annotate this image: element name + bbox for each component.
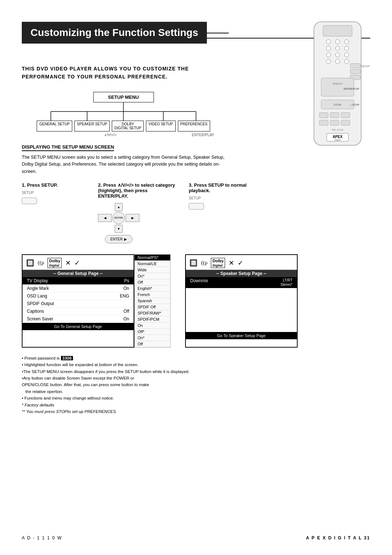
icon-wireless-r: ((ρ — [201, 260, 207, 266]
svg-text:SETUP: SETUP — [361, 65, 370, 68]
screens-row: 🔲 ((ρ DolbyDigital ✕ ✓ -- General Setup … — [22, 254, 370, 348]
displaying-text: The SETUP MENU screen asks you to select… — [22, 154, 225, 175]
note-4-line1: •Any button can disable Screen Saver exc… — [22, 375, 203, 381]
note-factory: * Factory defaults — [22, 402, 203, 408]
icon-dolby: DolbyDigital — [48, 258, 62, 268]
icon-x-r: ✕ — [229, 259, 234, 267]
svg-text:APEX: APEX — [332, 135, 343, 139]
svg-rect-15 — [350, 69, 360, 74]
icon-dolby-r: DolbyDigital — [211, 258, 225, 268]
opt-spdifpcm: SPDIF/PCM — [135, 316, 170, 323]
note-2: • Highlighted function will be expanded … — [22, 361, 203, 368]
submenu-general: GENERAL SETUP — [37, 121, 72, 131]
icon-check-r: ✓ — [238, 259, 243, 267]
svg-point-11 — [326, 59, 331, 64]
note-stop: ** You must press STOPto set up PREFEREN… — [22, 408, 203, 415]
svg-rect-25 — [330, 113, 339, 118]
svg-point-6 — [335, 46, 340, 50]
svg-text:ENTER/PLAY: ENTER/PLAY — [344, 88, 359, 90]
nav-right: ▶ — [126, 214, 139, 222]
speaker-setup-panel: 🔲 ((ρ DolbyDigital ✕ ✓ -- Speaker Setup … — [185, 254, 298, 348]
svg-point-9 — [335, 53, 340, 57]
step-2-title: 2. Press ∧/V/</> to select category (hig… — [98, 182, 178, 199]
nav-down: ▼ — [115, 225, 123, 233]
opt-off1: Off — [135, 279, 170, 285]
svg-point-8 — [326, 53, 331, 57]
opt-normalps: Normal/PS* — [135, 255, 170, 261]
screen-row-screensaver: Screen SaverOn — [23, 315, 134, 323]
svg-rect-18 — [321, 78, 354, 96]
enter-play-label: ENTER/PLAY — [192, 133, 215, 137]
setup-button-3 — [189, 203, 204, 210]
note-4-line2: OPEN/CLOSE button. After that, you can p… — [22, 381, 203, 388]
step-2: 2. Press ∧/V/</> to select category (hig… — [98, 182, 178, 243]
icon-home-r: 🔲 — [189, 259, 197, 267]
screen-row-osd: OSD LangENG — [23, 292, 134, 300]
nav-left: ◀ — [98, 214, 112, 222]
opt-on1: On* — [135, 273, 170, 279]
svg-rect-28 — [330, 120, 339, 125]
general-setup-tab: -- General Setup Page -- — [23, 270, 134, 277]
svg-rect-1 — [323, 25, 352, 36]
speaker-setup-footer: Go To Speaker Setup Page — [186, 332, 297, 339]
opt-spdifoff: SPDIF Off — [135, 304, 170, 310]
svg-rect-27 — [319, 120, 328, 125]
screen-row-captions: CaptionsOff — [23, 308, 134, 315]
general-setup-footer: Go To General Setup Page — [23, 323, 134, 330]
setup-label-3: SETUP — [189, 196, 201, 200]
opt-off3: Off — [135, 341, 170, 347]
notes-section: • Preset password is 3308. • Highlighted… — [22, 355, 203, 415]
options-column: Normal/PS* Normal/LB Wide On* Off Englis… — [134, 254, 171, 348]
svg-text:Digital: Digital — [335, 139, 341, 141]
note-1: • Preset password is 3308. — [22, 355, 203, 361]
setup-menu-diagram: SETUP MENU GENERAL SETUP SPEAKER SETUP D… — [22, 92, 225, 137]
opt-french: French — [135, 292, 170, 298]
submenu-dolby: DOLBYDIGITAL SETUP — [112, 121, 144, 131]
svg-point-10 — [344, 53, 349, 57]
step-1-title: 1. Press SETUP. — [22, 182, 58, 188]
remote-control-image: SETUP ∧/V/</> ENTER/PLAY STOP —STOP RM-1… — [303, 20, 372, 174]
submenu-speaker: SPEAKER SETUP — [74, 121, 110, 131]
setup-button-1 — [22, 198, 37, 204]
nav-button-group: ▲ ◀ ENTER ▶ ▼ ENTER▶ — [98, 203, 139, 243]
submenu-preferences: PREFERENCES — [178, 121, 210, 131]
svg-point-2 — [326, 40, 331, 44]
setup-menu-label: SETUP MENU — [93, 92, 154, 102]
note-5: • Functions and menu may change without … — [22, 395, 203, 401]
speaker-empty-area — [186, 288, 297, 332]
setup-label-1: SETUP — [22, 191, 34, 195]
setup-nav-label: ∧/V/</> — [104, 133, 117, 137]
nav-center-btn: ENTER — [113, 212, 125, 224]
panel-gap — [171, 254, 185, 348]
icon-home: 🔲 — [26, 259, 34, 267]
screen-row-angle: Angle MarkOn — [23, 285, 134, 292]
panel-icons-left: 🔲 ((ρ DolbyDigital ✕ ✓ — [23, 255, 134, 270]
steps-row: 1. Press SETUP. SETUP 2. Press ∧/V/</> t… — [22, 182, 370, 243]
enter-button: ENTER▶ — [105, 235, 132, 243]
page-footer: A D - 1 1 1 0 W A P E X D I G I T A L 31 — [22, 535, 370, 540]
opt-on3: On* — [135, 335, 170, 341]
opt-wide: Wide — [135, 267, 170, 273]
svg-rect-26 — [341, 113, 350, 118]
svg-text:RM-101W: RM-101W — [332, 129, 343, 131]
step-3: 3. Press SETUP to normal playback. SETUP — [189, 182, 254, 210]
step-3-title: 3. Press SETUP to normal playback. — [189, 182, 254, 193]
opt-spdifraw: SPDIF/RAW* — [135, 310, 170, 316]
opt-off2: Off* — [135, 329, 170, 335]
svg-rect-14 — [350, 64, 360, 68]
note-4-line3: the relative opertion. — [22, 388, 203, 395]
svg-point-12 — [335, 59, 340, 64]
nav-up: ▲ — [115, 203, 123, 211]
panel-icons-right: 🔲 ((ρ DolbyDigital ✕ ✓ — [186, 255, 297, 270]
svg-point-4 — [344, 40, 349, 44]
footer-right: A P E X D I G I T A L 31 — [306, 535, 370, 540]
svg-point-5 — [326, 46, 331, 50]
displaying-heading: DISPLAYING THE SETUP MENU SCREEN — [22, 144, 114, 151]
icon-x: ✕ — [65, 259, 71, 267]
icon-check: ✓ — [74, 259, 80, 267]
speaker-setup-tab: -- Speaker Setup Page -- — [186, 270, 297, 277]
opt-english: English* — [135, 285, 170, 292]
general-setup-panel: 🔲 ((ρ DolbyDigital ✕ ✓ -- General Setup … — [22, 254, 134, 348]
password-highlight: 3308 — [61, 356, 73, 360]
svg-point-7 — [344, 46, 349, 50]
